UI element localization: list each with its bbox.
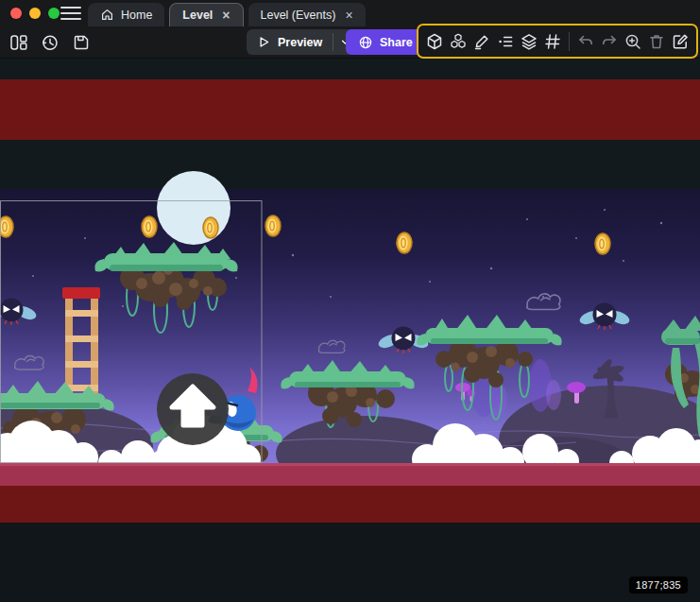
coin[interactable] xyxy=(0,216,13,237)
redo-icon xyxy=(600,32,619,51)
scene-editor-canvas[interactable]: 1877;835 xyxy=(0,59,700,602)
home-icon xyxy=(100,8,114,22)
tab-bar: Home Level × Level (Events) × xyxy=(88,3,366,26)
layers-icon xyxy=(520,32,538,51)
history-icon xyxy=(41,33,60,52)
top-red-band xyxy=(0,79,700,140)
instances-button[interactable] xyxy=(447,30,470,53)
minimize-window-button[interactable] xyxy=(29,8,41,19)
tab-label: Home xyxy=(121,9,152,22)
coin[interactable] xyxy=(142,216,157,237)
edit-scene-button[interactable] xyxy=(669,30,691,53)
save-icon xyxy=(72,33,91,52)
maximize-window-button[interactable] xyxy=(48,8,60,19)
touch-arrow-button[interactable] xyxy=(157,373,229,445)
close-window-button[interactable] xyxy=(10,8,22,19)
zoom-in-icon xyxy=(623,32,642,51)
preview-label: Preview xyxy=(278,36,322,49)
coin[interactable] xyxy=(265,215,281,236)
history-button[interactable] xyxy=(38,30,62,55)
tab-level-events[interactable]: Level (Events) × xyxy=(248,3,366,26)
trash-icon xyxy=(647,32,666,51)
undo-button[interactable] xyxy=(574,30,597,53)
ground-band-edge xyxy=(0,463,700,466)
grid-button[interactable] xyxy=(541,30,564,53)
share-label: Share xyxy=(380,36,413,49)
coin[interactable] xyxy=(203,217,218,238)
coin[interactable] xyxy=(397,232,412,253)
layers-button[interactable] xyxy=(518,30,540,53)
objects-list-icon xyxy=(496,32,515,51)
project-manager-button[interactable] xyxy=(7,30,31,55)
window-controls xyxy=(10,8,60,19)
save-button[interactable] xyxy=(69,30,94,55)
ground-band-dark-red xyxy=(0,486,700,523)
preview-button[interactable]: Preview xyxy=(247,29,356,55)
undo-icon xyxy=(576,32,595,51)
game-scene xyxy=(0,59,700,602)
3d-box-icon xyxy=(425,32,444,51)
play-icon xyxy=(257,35,271,49)
moon[interactable] xyxy=(157,171,230,245)
app-window: Home Level × Level (Events) × xyxy=(0,0,700,602)
coin[interactable] xyxy=(595,233,610,254)
toolbar: Preview Share xyxy=(0,26,700,59)
share-button[interactable]: Share xyxy=(346,29,425,55)
globe-icon xyxy=(358,35,373,50)
edit-object-button[interactable] xyxy=(470,30,493,53)
trash-button[interactable] xyxy=(645,30,668,53)
close-tab-icon[interactable]: × xyxy=(345,9,352,22)
ground-band-crimson xyxy=(0,463,700,486)
redo-button[interactable] xyxy=(598,30,621,53)
3d-edit-button[interactable] xyxy=(423,30,446,53)
highlighted-toolbar-group xyxy=(417,24,698,59)
cursor-coordinates: 1877;835 xyxy=(629,576,688,593)
grid-icon xyxy=(543,32,562,51)
toolbar-separator xyxy=(569,32,570,51)
project-manager-icon xyxy=(9,33,28,52)
titlebar: Home Level × Level (Events) × xyxy=(0,0,700,26)
instances-icon xyxy=(449,32,468,51)
tab-level[interactable]: Level × xyxy=(169,3,243,26)
edit-scene-icon xyxy=(671,32,690,51)
pencil-icon xyxy=(472,32,491,51)
tab-home[interactable]: Home xyxy=(88,3,164,26)
toolbar-left-group xyxy=(7,30,94,55)
tab-label: Level xyxy=(182,9,213,22)
tab-label: Level (Events) xyxy=(261,9,336,22)
canvas-bottom-background xyxy=(0,523,700,602)
zoom-in-button[interactable] xyxy=(622,30,644,53)
objects-list-button[interactable] xyxy=(494,30,517,53)
close-tab-icon[interactable]: × xyxy=(222,9,230,22)
hamburger-menu-icon[interactable] xyxy=(60,7,81,20)
